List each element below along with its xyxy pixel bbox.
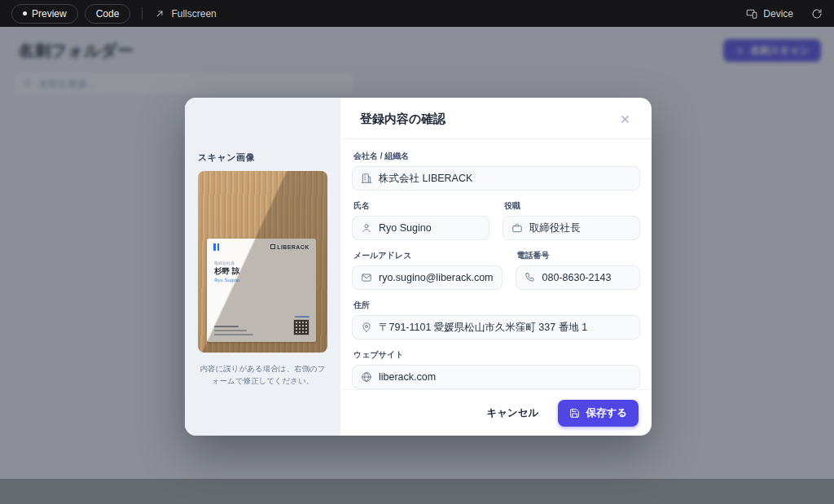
field-address: 住所 〒791-1101 愛媛県松山市久米窪町 337 番地 1 (352, 300, 640, 340)
field-name: 氏名 Ryo Sugino (352, 191, 489, 240)
refresh-button[interactable] (811, 8, 823, 20)
save-floppy-icon (569, 408, 580, 419)
address-input[interactable]: 〒791-1101 愛媛県松山市久米窪町 337 番地 1 (352, 315, 640, 340)
photo-shadow-overlay (198, 171, 327, 353)
confirm-form-pane: 登録内容の確認 会社名 / 組織名 株式会社 LIBERACK 氏名 Ryo S… (340, 98, 652, 436)
toolbar-divider (142, 7, 143, 20)
globe-icon (361, 371, 372, 383)
field-company: 会社名 / 組織名 株式会社 LIBERACK (352, 151, 640, 191)
scan-image-label: スキャン画像 (198, 151, 327, 164)
scan-correction-note: 内容に誤りがある場合は、右側のフォームで修正してください。 (198, 362, 327, 387)
fullscreen-arrow-icon (154, 8, 165, 20)
website-field-label: ウェブサイト (353, 349, 639, 361)
scanned-card-photo: LIBERACK 取締役社長 杉野 諒 Ryo Sugino (198, 171, 327, 353)
refresh-icon (811, 8, 823, 20)
position-input[interactable]: 取締役社長 (503, 216, 640, 240)
preview-tab-button[interactable]: Preview (11, 4, 78, 24)
modal-footer: キャンセル 保存する (340, 389, 652, 436)
preview-active-dot-icon (23, 11, 27, 15)
email-field-label: メールアドレス (353, 250, 501, 261)
fullscreen-button[interactable]: Fullscreen (154, 8, 216, 20)
registration-confirm-modal: スキャン画像 LIBERACK 取締役社長 杉野 諒 Ryo Sugino 内容… (185, 98, 652, 436)
phone-icon (525, 272, 536, 283)
cancel-button[interactable]: キャンセル (486, 406, 538, 420)
company-field-label: 会社名 / 組織名 (353, 151, 639, 162)
outer-bottom-strip (0, 479, 834, 504)
address-value: 〒791-1101 愛媛県松山市久米窪町 337 番地 1 (379, 321, 587, 335)
fullscreen-label: Fullscreen (171, 8, 216, 20)
modal-title: 登録内容の確認 (360, 112, 446, 127)
briefcase-icon (511, 222, 523, 234)
preview-tab-label: Preview (32, 8, 67, 20)
dev-toolbar: Preview Code Fullscreen Device (0, 0, 834, 27)
email-input[interactable]: ryo.sugino@liberack.com (352, 265, 503, 290)
code-tab-button[interactable]: Code (85, 4, 131, 24)
modal-header: 登録内容の確認 (340, 98, 652, 139)
address-field-label: 住所 (353, 300, 639, 311)
map-pin-icon (361, 322, 372, 333)
code-tab-label: Code (96, 8, 120, 20)
building-icon (361, 173, 372, 184)
field-row-name-position: 氏名 Ryo Sugino 役職 取締役社長 (352, 191, 640, 240)
device-toggle-button[interactable]: Device (746, 8, 793, 20)
device-label: Device (763, 8, 793, 20)
website-input[interactable]: liberack.com (352, 365, 640, 389)
position-field-label: 役職 (504, 200, 639, 212)
phone-field-label: 電話番号 (517, 250, 639, 261)
name-value: Ryo Sugino (379, 222, 432, 234)
modal-close-button[interactable] (616, 110, 634, 128)
device-icon (746, 8, 757, 20)
close-icon (619, 113, 631, 125)
name-input[interactable]: Ryo Sugino (352, 216, 489, 240)
name-field-label: 氏名 (353, 200, 488, 212)
envelope-icon (361, 272, 372, 283)
company-input[interactable]: 株式会社 LIBERACK (352, 166, 640, 191)
field-position: 役職 取締役社長 (503, 191, 640, 240)
scan-image-pane: スキャン画像 LIBERACK 取締役社長 杉野 諒 Ryo Sugino 内容… (185, 98, 340, 436)
field-email: メールアドレス ryo.sugino@liberack.com (352, 240, 503, 290)
company-value: 株式会社 LIBERACK (379, 172, 472, 186)
phone-value: 080-8630-2143 (542, 272, 612, 283)
save-button[interactable]: 保存する (558, 400, 639, 427)
modal-body: 会社名 / 組織名 株式会社 LIBERACK 氏名 Ryo Sugino 役職 (340, 139, 652, 389)
position-value: 取締役社長 (529, 221, 581, 235)
website-value: liberack.com (379, 371, 436, 383)
field-website: ウェブサイト liberack.com (352, 349, 640, 389)
email-value: ryo.sugino@liberack.com (379, 272, 494, 283)
phone-input[interactable]: 080-8630-2143 (516, 265, 640, 290)
field-row-email-phone: メールアドレス ryo.sugino@liberack.com 電話番号 080… (352, 240, 640, 290)
save-button-label: 保存する (586, 406, 627, 420)
person-icon (361, 222, 372, 234)
field-phone: 電話番号 080-8630-2143 (516, 240, 640, 290)
